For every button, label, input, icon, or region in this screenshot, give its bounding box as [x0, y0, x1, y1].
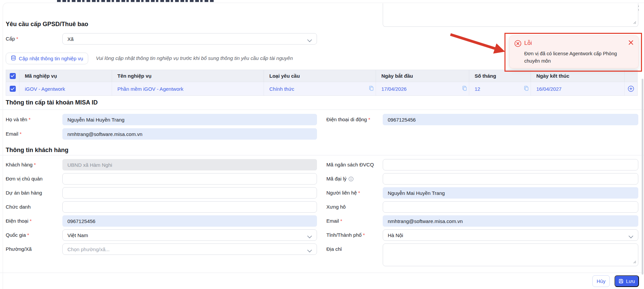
- column-header: Ngày bắt đầu: [376, 70, 469, 82]
- full-name-label: Họ và tên*: [6, 117, 31, 122]
- contact-person-label: Người liên hệ*: [326, 190, 360, 196]
- add-row-icon[interactable]: [628, 85, 634, 92]
- mobile-input[interactable]: [383, 114, 638, 125]
- province-label: Tỉnh/Thành phố*: [326, 232, 365, 238]
- level-label: Cấp*: [6, 36, 18, 42]
- column-header: Loại yêu cầu: [264, 70, 376, 82]
- province-select-input[interactable]: [383, 229, 638, 241]
- column-header: Ngày kết thúc: [531, 70, 625, 82]
- row-action-cell: [625, 82, 637, 95]
- cell-request-type[interactable]: Chính thức: [264, 82, 376, 95]
- toast-close-icon[interactable]: [628, 40, 634, 46]
- update-business-info-label: Cập nhật thông tin nghiệp vụ: [19, 56, 83, 61]
- customer-section-title: Thông tin khách hàng: [6, 147, 68, 154]
- toast-message: Đơn vị đã có license Agentwork cấp Phòng…: [524, 50, 630, 65]
- column-header: Số tháng: [469, 70, 531, 82]
- country-label: Quốc gia*: [6, 232, 29, 238]
- cell-start-date[interactable]: 17/04/2026: [376, 82, 469, 95]
- cell-business-name[interactable]: Phần mềm iGOV - Agentwork: [112, 82, 264, 95]
- salutation-label: Xưng hô: [326, 204, 346, 210]
- phone-label: Điện thoại*: [6, 218, 32, 224]
- info-icon[interactable]: [348, 176, 354, 183]
- update-business-info-button[interactable]: Cập nhật thông tin nghiệp vụ: [6, 53, 88, 64]
- customer-email-label: Email*: [326, 218, 342, 224]
- level-select-input[interactable]: [62, 33, 317, 45]
- misa-email-input[interactable]: [62, 128, 317, 140]
- misa-id-section-title: Thông tin cấp tài khoản MISA ID: [6, 99, 98, 106]
- clipped-background-title: [57, 0, 215, 2]
- copy-icon[interactable]: [524, 86, 529, 92]
- vertical-scrollbar[interactable]: [642, 79, 643, 275]
- toast-title: Lỗi: [524, 40, 532, 47]
- salutation-input[interactable]: [383, 201, 638, 213]
- select-all-checkbox[interactable]: [10, 73, 16, 79]
- header-checkbox-cell: [6, 70, 19, 82]
- table-header-row: Mã nghiệp vụ Tên nghiệp vụ Loại yêu cầu …: [6, 70, 637, 82]
- budget-code-label: Mã ngân sách ĐVCQ: [326, 162, 374, 167]
- parent-unit-input[interactable]: [62, 173, 317, 185]
- resize-handle-icon[interactable]: [633, 259, 636, 265]
- cell-end-date[interactable]: 16/04/2027: [531, 82, 625, 95]
- full-name-input[interactable]: [62, 114, 317, 125]
- customer-label: Khách hàng*: [6, 162, 36, 167]
- budget-code-input[interactable]: [383, 159, 638, 170]
- row-checkbox-cell: [6, 82, 19, 95]
- customer-input: [62, 159, 317, 170]
- row-checkbox[interactable]: [10, 86, 16, 92]
- copy-icon[interactable]: [369, 86, 374, 92]
- phone-input[interactable]: [62, 215, 317, 227]
- months-value: 12: [475, 86, 480, 92]
- mobile-label: Điện thoại di động*: [326, 117, 370, 122]
- column-header: Mã nghiệp vụ: [19, 70, 112, 82]
- contact-person-input[interactable]: [383, 187, 638, 199]
- sales-project-label: Dự án bán hàng: [6, 190, 42, 196]
- job-title-input[interactable]: [62, 201, 317, 213]
- start-date-value: 17/04/2026: [381, 86, 407, 92]
- cancel-button-label: Hủy: [597, 278, 606, 284]
- agent-code-label: Mã đại lý: [326, 176, 354, 183]
- address-label: Địa chỉ: [326, 246, 342, 252]
- parent-unit-label: Đơn vị chủ quản: [6, 176, 43, 182]
- customer-email-input[interactable]: [383, 215, 638, 227]
- request-section-title: Yêu cầu cấp GPSD/Thuê bao: [6, 21, 88, 28]
- column-header: Tên nghiệp vụ: [112, 70, 264, 82]
- save-icon: [619, 279, 624, 284]
- cancel-button[interactable]: Hủy: [592, 275, 610, 287]
- resize-handle-icon[interactable]: [633, 19, 636, 25]
- ward-label: Phường/Xã: [6, 246, 32, 252]
- misa-email-label: Email*: [6, 131, 21, 137]
- copy-icon[interactable]: [462, 86, 467, 92]
- business-hint-text: Vui lòng cập nhật thông tin nghiệp vụ tr…: [96, 55, 293, 61]
- ward-select-input[interactable]: [62, 243, 317, 255]
- save-button[interactable]: Lưu: [614, 275, 639, 287]
- sales-project-input[interactable]: [62, 187, 317, 199]
- save-button-label: Lưu: [626, 278, 635, 284]
- country-select-input[interactable]: [62, 229, 317, 241]
- business-table: Mã nghiệp vụ Tên nghiệp vụ Loại yêu cầu …: [6, 70, 638, 96]
- note-textarea-partial[interactable]: [383, 3, 638, 27]
- cell-months[interactable]: 12: [469, 82, 531, 95]
- agent-code-input[interactable]: [383, 173, 638, 185]
- job-title-label: Chức danh: [6, 204, 31, 210]
- table-row: iGOV - Agentwork Phần mềm iGOV - Agentwo…: [6, 82, 637, 95]
- header-action-cell: [625, 70, 637, 82]
- error-circle-icon: [514, 40, 522, 48]
- request-type-value: Chính thức: [269, 86, 294, 92]
- address-textarea[interactable]: [383, 243, 638, 266]
- cell-business-code[interactable]: iGOV - Agentwork: [19, 82, 112, 95]
- database-icon: [11, 55, 16, 62]
- error-toast: Lỗi Đơn vị đã có license Agentwork cấp P…: [509, 35, 639, 68]
